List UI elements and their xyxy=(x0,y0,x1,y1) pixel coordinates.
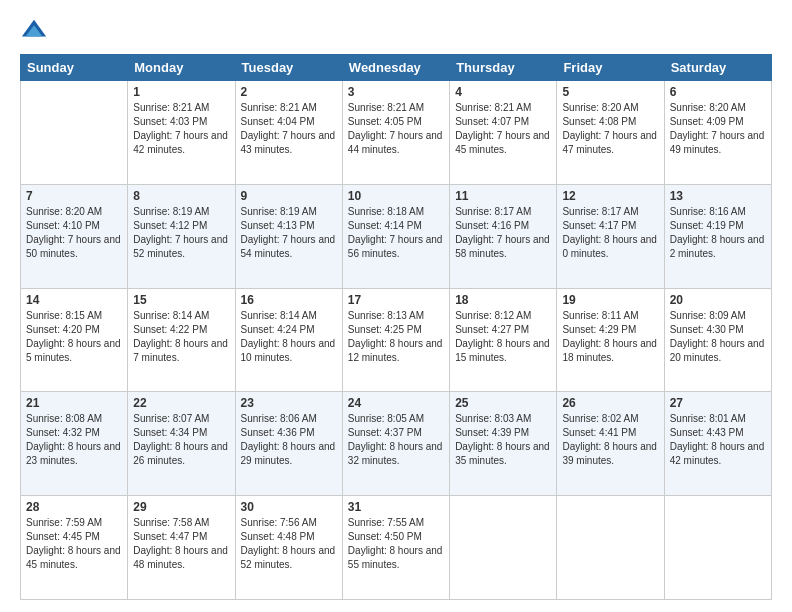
day-detail: Sunrise: 8:19 AM Sunset: 4:13 PM Dayligh… xyxy=(241,205,337,261)
calendar-cell: 18Sunrise: 8:12 AM Sunset: 4:27 PM Dayli… xyxy=(450,288,557,392)
calendar-cell: 26Sunrise: 8:02 AM Sunset: 4:41 PM Dayli… xyxy=(557,392,664,496)
day-number: 12 xyxy=(562,189,658,203)
day-number: 13 xyxy=(670,189,766,203)
day-detail: Sunrise: 8:20 AM Sunset: 4:08 PM Dayligh… xyxy=(562,101,658,157)
weekday-header-sunday: Sunday xyxy=(21,55,128,81)
day-detail: Sunrise: 8:20 AM Sunset: 4:09 PM Dayligh… xyxy=(670,101,766,157)
day-number: 31 xyxy=(348,500,444,514)
day-detail: Sunrise: 8:21 AM Sunset: 4:03 PM Dayligh… xyxy=(133,101,229,157)
calendar-cell: 29Sunrise: 7:58 AM Sunset: 4:47 PM Dayli… xyxy=(128,496,235,600)
day-number: 28 xyxy=(26,500,122,514)
day-number: 15 xyxy=(133,293,229,307)
day-number: 17 xyxy=(348,293,444,307)
day-detail: Sunrise: 8:18 AM Sunset: 4:14 PM Dayligh… xyxy=(348,205,444,261)
day-number: 25 xyxy=(455,396,551,410)
day-detail: Sunrise: 8:07 AM Sunset: 4:34 PM Dayligh… xyxy=(133,412,229,468)
day-detail: Sunrise: 8:21 AM Sunset: 4:05 PM Dayligh… xyxy=(348,101,444,157)
calendar-cell: 22Sunrise: 8:07 AM Sunset: 4:34 PM Dayli… xyxy=(128,392,235,496)
day-detail: Sunrise: 8:08 AM Sunset: 4:32 PM Dayligh… xyxy=(26,412,122,468)
day-number: 2 xyxy=(241,85,337,99)
day-detail: Sunrise: 7:55 AM Sunset: 4:50 PM Dayligh… xyxy=(348,516,444,572)
calendar-cell: 16Sunrise: 8:14 AM Sunset: 4:24 PM Dayli… xyxy=(235,288,342,392)
weekday-header-monday: Monday xyxy=(128,55,235,81)
day-detail: Sunrise: 8:14 AM Sunset: 4:24 PM Dayligh… xyxy=(241,309,337,365)
day-number: 29 xyxy=(133,500,229,514)
calendar-cell: 15Sunrise: 8:14 AM Sunset: 4:22 PM Dayli… xyxy=(128,288,235,392)
day-detail: Sunrise: 8:14 AM Sunset: 4:22 PM Dayligh… xyxy=(133,309,229,365)
calendar-cell: 4Sunrise: 8:21 AM Sunset: 4:07 PM Daylig… xyxy=(450,81,557,185)
logo xyxy=(20,16,52,44)
calendar-cell: 2Sunrise: 8:21 AM Sunset: 4:04 PM Daylig… xyxy=(235,81,342,185)
day-detail: Sunrise: 8:16 AM Sunset: 4:19 PM Dayligh… xyxy=(670,205,766,261)
calendar-cell: 6Sunrise: 8:20 AM Sunset: 4:09 PM Daylig… xyxy=(664,81,771,185)
calendar-cell: 23Sunrise: 8:06 AM Sunset: 4:36 PM Dayli… xyxy=(235,392,342,496)
calendar-cell: 1Sunrise: 8:21 AM Sunset: 4:03 PM Daylig… xyxy=(128,81,235,185)
day-detail: Sunrise: 8:15 AM Sunset: 4:20 PM Dayligh… xyxy=(26,309,122,365)
calendar-cell xyxy=(450,496,557,600)
weekday-header-friday: Friday xyxy=(557,55,664,81)
day-detail: Sunrise: 8:03 AM Sunset: 4:39 PM Dayligh… xyxy=(455,412,551,468)
day-detail: Sunrise: 8:02 AM Sunset: 4:41 PM Dayligh… xyxy=(562,412,658,468)
day-detail: Sunrise: 7:56 AM Sunset: 4:48 PM Dayligh… xyxy=(241,516,337,572)
day-detail: Sunrise: 8:19 AM Sunset: 4:12 PM Dayligh… xyxy=(133,205,229,261)
calendar-cell: 28Sunrise: 7:59 AM Sunset: 4:45 PM Dayli… xyxy=(21,496,128,600)
day-number: 8 xyxy=(133,189,229,203)
logo-icon xyxy=(20,16,48,44)
calendar-cell: 19Sunrise: 8:11 AM Sunset: 4:29 PM Dayli… xyxy=(557,288,664,392)
day-number: 24 xyxy=(348,396,444,410)
calendar-cell: 11Sunrise: 8:17 AM Sunset: 4:16 PM Dayli… xyxy=(450,184,557,288)
day-number: 9 xyxy=(241,189,337,203)
day-number: 22 xyxy=(133,396,229,410)
day-number: 3 xyxy=(348,85,444,99)
calendar-cell: 3Sunrise: 8:21 AM Sunset: 4:05 PM Daylig… xyxy=(342,81,449,185)
calendar-cell: 25Sunrise: 8:03 AM Sunset: 4:39 PM Dayli… xyxy=(450,392,557,496)
calendar-cell: 7Sunrise: 8:20 AM Sunset: 4:10 PM Daylig… xyxy=(21,184,128,288)
header xyxy=(20,16,772,44)
day-number: 19 xyxy=(562,293,658,307)
calendar-cell: 9Sunrise: 8:19 AM Sunset: 4:13 PM Daylig… xyxy=(235,184,342,288)
day-number: 4 xyxy=(455,85,551,99)
calendar-cell: 13Sunrise: 8:16 AM Sunset: 4:19 PM Dayli… xyxy=(664,184,771,288)
calendar-cell: 20Sunrise: 8:09 AM Sunset: 4:30 PM Dayli… xyxy=(664,288,771,392)
calendar-week-row: 28Sunrise: 7:59 AM Sunset: 4:45 PM Dayli… xyxy=(21,496,772,600)
calendar-cell: 8Sunrise: 8:19 AM Sunset: 4:12 PM Daylig… xyxy=(128,184,235,288)
day-detail: Sunrise: 8:05 AM Sunset: 4:37 PM Dayligh… xyxy=(348,412,444,468)
day-number: 27 xyxy=(670,396,766,410)
day-detail: Sunrise: 8:13 AM Sunset: 4:25 PM Dayligh… xyxy=(348,309,444,365)
day-detail: Sunrise: 8:12 AM Sunset: 4:27 PM Dayligh… xyxy=(455,309,551,365)
day-detail: Sunrise: 7:58 AM Sunset: 4:47 PM Dayligh… xyxy=(133,516,229,572)
day-number: 10 xyxy=(348,189,444,203)
calendar-cell xyxy=(664,496,771,600)
calendar-cell xyxy=(21,81,128,185)
day-number: 5 xyxy=(562,85,658,99)
day-number: 7 xyxy=(26,189,122,203)
day-number: 21 xyxy=(26,396,122,410)
calendar-cell: 24Sunrise: 8:05 AM Sunset: 4:37 PM Dayli… xyxy=(342,392,449,496)
day-number: 11 xyxy=(455,189,551,203)
day-detail: Sunrise: 7:59 AM Sunset: 4:45 PM Dayligh… xyxy=(26,516,122,572)
weekday-header-saturday: Saturday xyxy=(664,55,771,81)
day-detail: Sunrise: 8:01 AM Sunset: 4:43 PM Dayligh… xyxy=(670,412,766,468)
day-number: 16 xyxy=(241,293,337,307)
calendar-cell: 14Sunrise: 8:15 AM Sunset: 4:20 PM Dayli… xyxy=(21,288,128,392)
day-detail: Sunrise: 8:11 AM Sunset: 4:29 PM Dayligh… xyxy=(562,309,658,365)
day-number: 14 xyxy=(26,293,122,307)
calendar-week-row: 21Sunrise: 8:08 AM Sunset: 4:32 PM Dayli… xyxy=(21,392,772,496)
calendar-cell: 31Sunrise: 7:55 AM Sunset: 4:50 PM Dayli… xyxy=(342,496,449,600)
calendar-cell: 17Sunrise: 8:13 AM Sunset: 4:25 PM Dayli… xyxy=(342,288,449,392)
calendar-week-row: 7Sunrise: 8:20 AM Sunset: 4:10 PM Daylig… xyxy=(21,184,772,288)
day-detail: Sunrise: 8:06 AM Sunset: 4:36 PM Dayligh… xyxy=(241,412,337,468)
calendar-cell xyxy=(557,496,664,600)
calendar-table: SundayMondayTuesdayWednesdayThursdayFrid… xyxy=(20,54,772,600)
weekday-header-row: SundayMondayTuesdayWednesdayThursdayFrid… xyxy=(21,55,772,81)
calendar-cell: 10Sunrise: 8:18 AM Sunset: 4:14 PM Dayli… xyxy=(342,184,449,288)
weekday-header-thursday: Thursday xyxy=(450,55,557,81)
calendar-cell: 21Sunrise: 8:08 AM Sunset: 4:32 PM Dayli… xyxy=(21,392,128,496)
day-detail: Sunrise: 8:21 AM Sunset: 4:04 PM Dayligh… xyxy=(241,101,337,157)
day-detail: Sunrise: 8:20 AM Sunset: 4:10 PM Dayligh… xyxy=(26,205,122,261)
calendar-cell: 12Sunrise: 8:17 AM Sunset: 4:17 PM Dayli… xyxy=(557,184,664,288)
day-detail: Sunrise: 8:17 AM Sunset: 4:16 PM Dayligh… xyxy=(455,205,551,261)
day-detail: Sunrise: 8:09 AM Sunset: 4:30 PM Dayligh… xyxy=(670,309,766,365)
day-number: 18 xyxy=(455,293,551,307)
day-detail: Sunrise: 8:21 AM Sunset: 4:07 PM Dayligh… xyxy=(455,101,551,157)
